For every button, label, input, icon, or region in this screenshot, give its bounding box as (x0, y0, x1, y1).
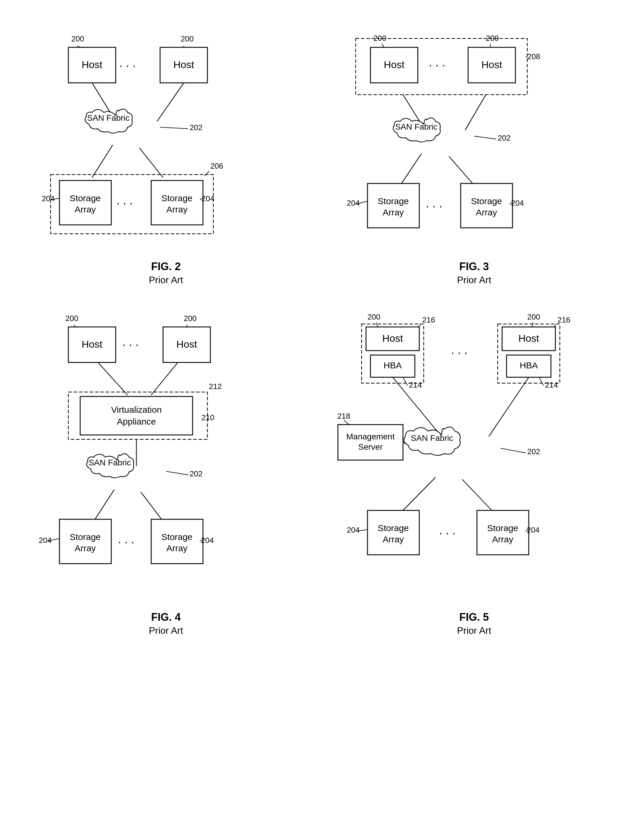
svg-text:200: 200 (184, 314, 197, 323)
figure-3: 208 Host 200 · · · Host 200 SAN Fabric (320, 12, 629, 298)
svg-line-82 (95, 490, 114, 519)
svg-text:HBA: HBA (520, 360, 538, 370)
svg-text:Host: Host (173, 59, 194, 70)
svg-text:202: 202 (190, 469, 202, 478)
svg-line-81 (166, 471, 189, 475)
svg-line-129 (403, 477, 435, 510)
svg-text:200: 200 (527, 312, 540, 321)
svg-text:Host: Host (382, 333, 403, 344)
svg-rect-75 (80, 397, 193, 435)
figure-2: Host 200 · · · Host 200 SAN Fabric 202 (12, 12, 320, 298)
svg-line-15 (139, 148, 163, 178)
figure-5: 216 Host 200 HBA 214 · · · 216 Hos (320, 298, 629, 648)
svg-line-36 (382, 44, 384, 47)
svg-text:Array: Array (492, 534, 514, 544)
svg-text:Array: Array (382, 534, 404, 544)
svg-text:SAN Fabric: SAN Fabric (395, 122, 438, 131)
svg-text:Storage: Storage (161, 532, 192, 542)
svg-line-10 (157, 83, 184, 121)
svg-text:SAN Fabric: SAN Fabric (87, 113, 129, 123)
svg-text:216: 216 (422, 315, 435, 324)
svg-text:204: 204 (201, 536, 214, 545)
svg-text:218: 218 (337, 411, 350, 421)
svg-text:Server: Server (358, 442, 382, 451)
svg-text:Array: Array (75, 543, 96, 553)
svg-text:202: 202 (190, 123, 202, 132)
svg-text:· · ·: · · · (429, 58, 445, 71)
svg-text:HBA: HBA (384, 360, 402, 370)
svg-text:Array: Array (476, 207, 497, 217)
svg-text:Array: Array (166, 543, 187, 553)
svg-text:Host: Host (82, 59, 102, 70)
svg-line-105 (403, 377, 408, 386)
svg-text:Storage: Storage (471, 196, 502, 206)
svg-text:200: 200 (66, 314, 78, 323)
fig2-diagram: Host 200 · · · Host 200 SAN Fabric 202 (33, 24, 299, 254)
fig3-sublabel: Prior Art (457, 275, 491, 285)
svg-text:200: 200 (368, 312, 380, 321)
svg-text:Storage: Storage (378, 196, 409, 206)
svg-line-43 (465, 95, 486, 130)
fig5-label: FIG. 5 (459, 611, 489, 623)
svg-text:200: 200 (486, 34, 499, 43)
svg-text:204: 204 (202, 194, 214, 203)
svg-text:208: 208 (527, 52, 540, 61)
svg-line-13 (160, 127, 188, 129)
svg-line-117 (539, 377, 544, 386)
svg-text:206: 206 (210, 162, 223, 170)
svg-text:Array: Array (382, 207, 404, 217)
svg-line-46 (474, 136, 496, 139)
svg-text:Array: Array (75, 205, 96, 214)
svg-line-124 (489, 377, 529, 437)
svg-line-130 (462, 479, 492, 510)
page: Host 200 · · · Host 200 SAN Fabric 202 (0, 0, 640, 660)
fig3-diagram: 208 Host 200 · · · Host 200 SAN Fabric (341, 24, 607, 254)
svg-text:· · ·: · · · (439, 526, 456, 539)
svg-text:Host: Host (82, 339, 102, 350)
svg-text:204: 204 (347, 198, 360, 207)
svg-text:· · ·: · · · (116, 197, 133, 210)
fig5-diagram: 216 Host 200 HBA 214 · · · 216 Hos (332, 309, 616, 605)
svg-rect-71 (68, 392, 207, 439)
svg-text:200: 200 (71, 34, 84, 43)
svg-text:216: 216 (557, 315, 570, 324)
fig5-sublabel: Prior Art (457, 625, 491, 636)
svg-text:Virtualization: Virtualization (111, 405, 162, 414)
svg-text:· · ·: · · · (426, 199, 442, 213)
svg-text:Storage: Storage (161, 193, 192, 203)
svg-text:SAN Fabric: SAN Fabric (411, 434, 453, 443)
svg-text:212: 212 (209, 382, 222, 391)
svg-line-83 (141, 492, 162, 519)
svg-text:214: 214 (409, 381, 422, 389)
fig2-label: FIG. 2 (151, 260, 181, 273)
svg-line-69 (98, 362, 128, 395)
fig2-sublabel: Prior Art (149, 275, 183, 285)
svg-text:210: 210 (202, 413, 214, 422)
fig4-diagram: Host 200 · · · Host 200 212 210 Vi (33, 309, 299, 605)
svg-text:Management: Management (347, 432, 395, 441)
svg-line-48 (449, 156, 472, 184)
svg-text:Storage: Storage (378, 523, 409, 533)
svg-text:Appliance: Appliance (117, 417, 156, 426)
svg-line-14 (92, 145, 113, 178)
svg-text:200: 200 (181, 34, 194, 43)
svg-text:Host: Host (176, 339, 197, 350)
svg-text:202: 202 (527, 447, 540, 456)
svg-line-128 (501, 448, 526, 453)
svg-text:204: 204 (42, 194, 54, 203)
svg-text:204: 204 (347, 525, 360, 534)
fig4-label: FIG. 4 (151, 611, 181, 623)
fig4-sublabel: Prior Art (149, 625, 183, 636)
figure-4: Host 200 · · · Host 200 212 210 Vi (12, 298, 320, 648)
svg-text:Storage: Storage (70, 193, 101, 203)
svg-text:· · ·: · · · (451, 346, 467, 359)
svg-text:Host: Host (384, 59, 405, 70)
svg-text:204: 204 (511, 198, 524, 207)
svg-text:Array: Array (166, 205, 187, 214)
svg-text:214: 214 (545, 381, 558, 389)
svg-line-18 (205, 171, 209, 176)
svg-text:· · ·: · · · (119, 59, 136, 72)
svg-text:Storage: Storage (70, 532, 101, 542)
svg-text:Host: Host (482, 59, 502, 70)
svg-text:200: 200 (373, 34, 386, 43)
